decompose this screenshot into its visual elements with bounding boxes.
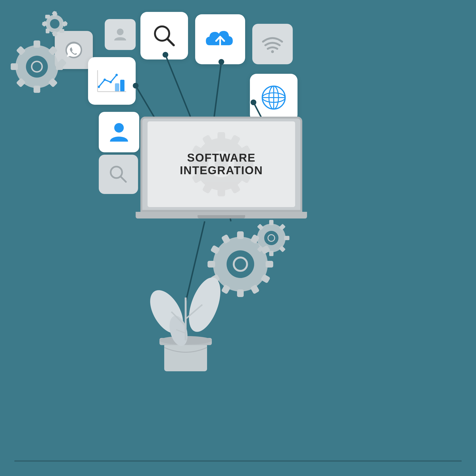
svg-line-56 xyxy=(165,55,190,117)
svg-point-55 xyxy=(133,83,138,88)
svg-line-58 xyxy=(214,62,221,117)
laptop: SOFTWARE INTEGRATION xyxy=(140,117,302,226)
svg-rect-24 xyxy=(34,86,40,93)
main-scene: SOFTWARE INTEGRATION xyxy=(0,0,476,476)
laptop-base xyxy=(136,212,307,219)
laptop-text-content: SOFTWARE INTEGRATION xyxy=(180,152,263,177)
svg-rect-11 xyxy=(45,15,50,18)
svg-point-59 xyxy=(219,59,224,65)
svg-point-41 xyxy=(234,257,247,271)
svg-rect-45 xyxy=(266,261,273,268)
laptop-title-line1: SOFTWARE xyxy=(180,152,263,164)
svg-point-57 xyxy=(163,52,168,58)
svg-point-71 xyxy=(183,273,227,336)
svg-rect-33 xyxy=(284,236,289,240)
laptop-title-line2: INTEGRATION xyxy=(180,164,263,177)
svg-rect-48 xyxy=(237,289,244,297)
laptop-screen: SOFTWARE INTEGRATION xyxy=(148,121,295,207)
svg-rect-118 xyxy=(218,188,225,196)
svg-rect-35 xyxy=(269,251,273,256)
svg-rect-112 xyxy=(218,132,225,141)
svg-rect-16 xyxy=(34,40,40,48)
svg-point-30 xyxy=(268,235,275,241)
svg-rect-51 xyxy=(207,261,215,268)
svg-point-61 xyxy=(251,100,256,105)
svg-point-15 xyxy=(32,61,42,72)
svg-rect-26 xyxy=(11,63,18,70)
svg-point-1 xyxy=(50,19,60,29)
svg-rect-9 xyxy=(46,29,50,33)
svg-rect-42 xyxy=(237,231,244,239)
svg-rect-7 xyxy=(60,29,64,33)
svg-rect-22 xyxy=(56,63,63,70)
